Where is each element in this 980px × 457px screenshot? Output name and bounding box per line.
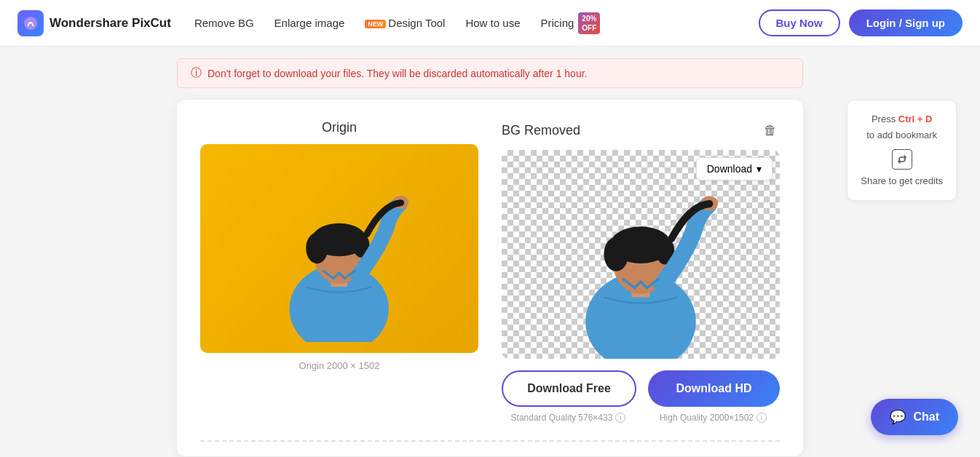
- editor-card: Origin: [177, 100, 803, 456]
- share-label: Share to get credits: [861, 174, 943, 188]
- bg-removed-image: [502, 150, 780, 359]
- nav-how-to-use[interactable]: How to use: [465, 17, 520, 29]
- logo-icon: [17, 10, 44, 36]
- download-chevron-icon: ▾: [756, 163, 762, 175]
- nav-enlarge-image[interactable]: Enlarge image: [274, 17, 345, 29]
- bottom-divider: [200, 440, 780, 442]
- quality-labels: Standard Quality 576×433 i High Quality …: [502, 413, 780, 423]
- origin-image-bg: [200, 144, 478, 353]
- bookmark-card: Press Ctrl + D to add bookmark Share to …: [847, 100, 957, 201]
- share-icon[interactable]: [892, 149, 912, 170]
- download-hd-button[interactable]: Download HD: [648, 370, 780, 407]
- nav-pricing[interactable]: Pricing 20%OFF: [540, 12, 600, 34]
- new-badge: NEW: [365, 20, 386, 28]
- pricing-badge: 20%OFF: [578, 12, 600, 34]
- nav-actions: Buy Now Login / Sign up: [759, 9, 963, 36]
- quality-standard-label: Standard Quality 576×433 i: [502, 413, 635, 423]
- download-overlay-button[interactable]: Download ▾: [696, 157, 772, 180]
- shortcut-keys: Ctrl + D: [898, 114, 933, 124]
- nav-remove-bg[interactable]: Remove BG: [194, 17, 254, 29]
- bg-removed-svg: [502, 150, 780, 359]
- chat-button[interactable]: 💬 Chat: [871, 399, 958, 435]
- svg-point-12: [604, 237, 628, 271]
- origin-image-svg: [242, 154, 436, 342]
- side-panel: Press Ctrl + D to add bookmark Share to …: [847, 100, 957, 201]
- navbar: Wondershare PixCut Remove BG Enlarge ima…: [0, 0, 980, 47]
- brand-name: Wondershare PixCut: [50, 16, 171, 31]
- download-free-button[interactable]: Download Free: [502, 370, 636, 407]
- origin-title: Origin: [200, 120, 478, 135]
- bg-removed-column: BG Removed 🗑: [502, 120, 780, 423]
- warning-icon: ⓘ: [191, 66, 202, 80]
- brand-logo[interactable]: Wondershare PixCut: [17, 10, 171, 36]
- origin-image: [200, 144, 478, 353]
- main-content: Origin: [0, 100, 980, 457]
- chat-label: Chat: [913, 410, 939, 424]
- svg-point-5: [306, 233, 328, 263]
- action-buttons: Download Free Download HD: [502, 370, 780, 407]
- buy-now-button[interactable]: Buy Now: [759, 9, 840, 36]
- quality-high-label: High Quality 2000×1502 i: [647, 413, 780, 423]
- nav-design-tool[interactable]: NEWDesign Tool: [365, 17, 445, 29]
- quality-standard-info-icon[interactable]: i: [615, 413, 625, 423]
- nav-links: Remove BG Enlarge image NEWDesign Tool H…: [194, 12, 735, 34]
- login-signup-button[interactable]: Login / Sign up: [849, 9, 963, 36]
- bookmark-press-label: Press Ctrl + D: [861, 112, 943, 127]
- download-overlay-label: Download: [707, 163, 752, 175]
- warning-banner: ⓘ Don't forget to download your files. T…: [177, 58, 803, 88]
- origin-column: Origin: [200, 120, 478, 371]
- chat-bubble-icon: 💬: [890, 409, 906, 425]
- share-row: Share to get credits: [861, 149, 943, 188]
- bg-removed-title: BG Removed: [502, 123, 580, 138]
- bg-removed-image-wrapper: Download ▾: [502, 150, 780, 359]
- bookmark-sub-label: to add bookmark: [861, 128, 943, 143]
- col-right-header: BG Removed 🗑: [502, 120, 780, 141]
- warning-text: Don't forget to download your files. The…: [208, 68, 587, 79]
- origin-caption: Origin 2000 × 1502: [200, 360, 478, 371]
- quality-high-info-icon[interactable]: i: [756, 413, 767, 423]
- editor-columns: Origin: [200, 120, 780, 423]
- delete-button[interactable]: 🗑: [761, 120, 780, 141]
